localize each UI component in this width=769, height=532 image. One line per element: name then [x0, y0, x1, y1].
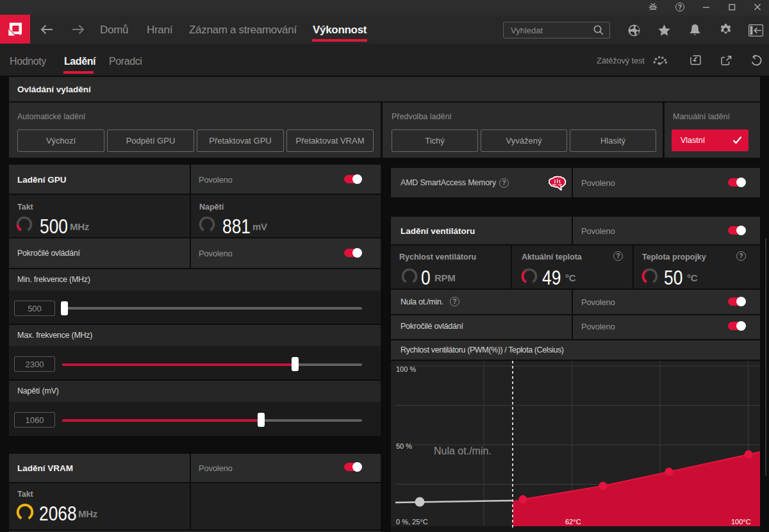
svg-text:50 %: 50 %	[396, 442, 412, 450]
svg-text:100°C: 100°C	[731, 518, 751, 526]
svg-text:62°C: 62°C	[565, 518, 581, 526]
svg-text:100 %: 100 %	[396, 365, 416, 373]
svg-text:0 %, 25°C: 0 %, 25°C	[396, 518, 428, 526]
svg-text:Nula ot./min.: Nula ot./min.	[434, 445, 492, 456]
